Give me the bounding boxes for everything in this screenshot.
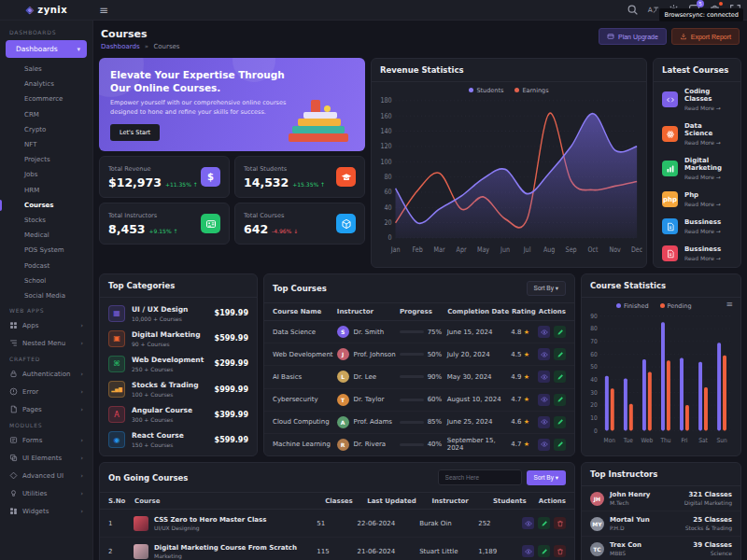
- stat-delta: -4.96% ↓: [272, 228, 298, 234]
- category-item[interactable]: ▂▅▇Stocks & Trading100 + Courses$999.99: [100, 377, 257, 402]
- chevron-right-icon: ›: [80, 437, 83, 444]
- view-button[interactable]: [538, 348, 550, 360]
- view-button[interactable]: [538, 371, 550, 383]
- sidebar-item-nested-menu[interactable]: Nested Menu›: [0, 334, 92, 352]
- translate-icon[interactable]: A: [647, 4, 659, 16]
- logo-text: zynix: [37, 5, 67, 15]
- edit-button[interactable]: [554, 394, 566, 406]
- read-more-link[interactable]: Read More →: [684, 174, 732, 180]
- chart-menu-icon[interactable]: ≡: [726, 300, 733, 309]
- read-more-link[interactable]: Read More →: [684, 201, 721, 207]
- category-item[interactable]: ▦UI / UX Design10,000 + Courses$199.99: [100, 301, 257, 326]
- latest-course-text: PhpRead More →: [684, 191, 721, 207]
- sidebar-item-jobs[interactable]: Jobs: [0, 167, 92, 182]
- sidebar-item-crypto[interactable]: Crypto: [0, 122, 92, 137]
- avatar: L: [337, 371, 349, 383]
- sidebar-item-widgets[interactable]: Widgets›: [0, 502, 92, 520]
- sidebar-item-ui-elements[interactable]: UI Elements›: [0, 449, 92, 467]
- edit-button[interactable]: [554, 416, 566, 428]
- latest-course-text: Digital MarketingRead More →: [684, 157, 732, 180]
- delete-button[interactable]: [554, 545, 566, 557]
- sidebar-item-error[interactable]: Error›: [0, 383, 92, 400]
- instructor-row[interactable]: TCTrex ConMBBS39 ClassesScience: [582, 537, 740, 560]
- plan-upgrade-button[interactable]: Plan Upgrade: [599, 28, 667, 45]
- latest-course-item[interactable]: Coding ClassesRead More →: [654, 82, 740, 117]
- sidebar-dashboards-dropdown[interactable]: Dashboards ▾: [6, 40, 87, 58]
- sidebar-item-medical[interactable]: Medical: [0, 228, 92, 243]
- stat-value: 8,453: [108, 222, 146, 236]
- promo-banner: Elevate Your Expertise Through Our Onlin…: [99, 58, 365, 151]
- latest-course-item[interactable]: phpPhpRead More →: [654, 186, 740, 213]
- category-item[interactable]: ◉React Course150 + Courses$599.99: [100, 427, 257, 453]
- sidebar-item-nft[interactable]: NFT: [0, 137, 92, 152]
- latest-course-item[interactable]: BussinessRead More →: [654, 240, 740, 267]
- sidebar-item-analytics[interactable]: Analytics: [0, 77, 92, 91]
- instructor-subject: Stocks & Trading: [685, 525, 732, 531]
- stat-label: Total Revenue: [108, 165, 198, 173]
- sidebar-item-pages[interactable]: Pages›: [0, 400, 92, 418]
- sidebar-item-advanced-ui[interactable]: Advanced UI›: [0, 467, 92, 484]
- sidebar-item-courses[interactable]: Courses: [0, 198, 92, 213]
- logo-diamond-icon: ◈: [26, 4, 34, 16]
- svg-text:140: 140: [381, 126, 393, 135]
- ongoing-sort-by-button[interactable]: Sort By ▾: [527, 470, 566, 485]
- category-item[interactable]: ▣Digital Marketing90 + Courses$599.99: [100, 326, 257, 351]
- sidebar-item-utilities[interactable]: Utilities›: [0, 484, 92, 502]
- edit-button[interactable]: [554, 326, 566, 338]
- view-button[interactable]: [522, 517, 534, 529]
- category-item[interactable]: ⌘Web Development250 + Courses$299.99: [100, 351, 257, 376]
- view-button[interactable]: [538, 416, 550, 428]
- sidebar-item-authentication[interactable]: Authentication›: [0, 365, 92, 383]
- sidebar-item-social-media[interactable]: Social Media: [0, 288, 92, 303]
- app-logo[interactable]: ◈ zynix: [0, 0, 93, 21]
- sidebar-item-crm[interactable]: CRM: [0, 107, 92, 122]
- ongoing-search-input[interactable]: [438, 469, 522, 485]
- view-button[interactable]: [538, 394, 550, 406]
- instructor-row[interactable]: MYMortal YunP.H.D25 ClassesStocks & Trad…: [582, 511, 740, 537]
- read-more-link[interactable]: Read More →: [684, 255, 721, 261]
- read-more-link[interactable]: Read More →: [684, 105, 732, 111]
- edit-button[interactable]: [554, 371, 566, 383]
- sidebar-item-forms[interactable]: Forms›: [0, 431, 92, 449]
- chevron-right-icon: ›: [80, 455, 83, 462]
- view-button[interactable]: [538, 326, 550, 338]
- search-icon[interactable]: [627, 4, 639, 16]
- edit-button[interactable]: [538, 517, 550, 529]
- view-button[interactable]: [538, 439, 550, 451]
- read-more-link[interactable]: Read More →: [684, 139, 732, 146]
- stat-card-total-instructors: Total Instructors8,453+9.15% ↑: [99, 203, 230, 245]
- latest-course-item[interactable]: Data ScienceRead More →: [654, 117, 740, 151]
- breadcrumb-dashboards[interactable]: Dashboards: [101, 43, 140, 50]
- read-more-link[interactable]: Read More →: [684, 228, 721, 234]
- sidebar-item-sales[interactable]: Sales: [0, 62, 92, 77]
- category-text: UI / UX Design10,000 + Courses: [132, 305, 188, 322]
- category-count: 250 + Courses: [132, 366, 204, 372]
- row-actions: [538, 371, 566, 383]
- sidebar-item-pos-system[interactable]: POS System: [0, 243, 92, 258]
- instructor-row[interactable]: JHJohn HenryM.Tech321 ClassesDigital Mar…: [582, 486, 740, 511]
- category-item[interactable]: AAngular Course300 + Courses$399.99: [100, 402, 257, 427]
- view-button[interactable]: [522, 545, 534, 557]
- edit-button[interactable]: [538, 545, 550, 557]
- export-report-button[interactable]: Export Report: [671, 28, 740, 45]
- sidebar-item-projects[interactable]: Projects: [0, 152, 92, 167]
- edit-button[interactable]: [554, 439, 566, 451]
- stat-text: Total Revenue$12,973+11.35% ↑: [108, 165, 198, 189]
- sidebar-item-ecommerce[interactable]: Ecommerce: [0, 91, 92, 106]
- sidebar-item-apps[interactable]: Apps›: [0, 316, 92, 334]
- hamburger-menu-icon[interactable]: ≡: [99, 4, 108, 17]
- lets-start-button[interactable]: Let's Start: [110, 124, 160, 141]
- sidebar-item-school[interactable]: School: [0, 273, 92, 288]
- edit-button[interactable]: [554, 348, 566, 360]
- top-courses-sort-by-button[interactable]: Sort By ▾: [527, 281, 566, 296]
- sidebar-item-podcast[interactable]: Podcast: [0, 258, 92, 273]
- sidebar-item-hrm[interactable]: HRM: [0, 183, 92, 198]
- sidebar-item-label: Utilities: [22, 490, 47, 497]
- delete-button[interactable]: [554, 517, 566, 529]
- sidebar-item-stocks[interactable]: Stocks: [0, 213, 92, 228]
- completion-date: May 30, 2024: [447, 373, 512, 381]
- chevron-right-icon: ›: [80, 472, 83, 480]
- latest-course-item[interactable]: Digital MarketingRead More →: [654, 151, 740, 186]
- latest-course-item[interactable]: BussinessRead More →: [654, 213, 740, 240]
- svg-text:20: 20: [590, 401, 598, 408]
